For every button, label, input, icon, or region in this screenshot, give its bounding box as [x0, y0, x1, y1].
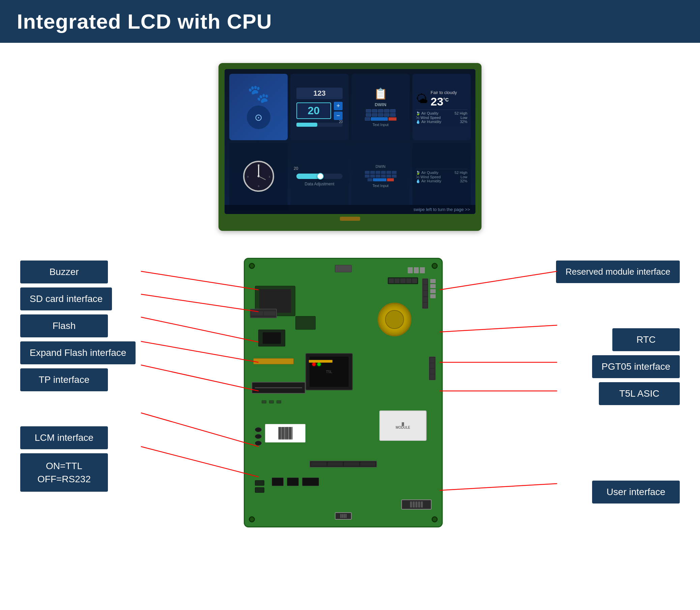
sd-card-label: SD card interface [20, 288, 112, 310]
pgt05-label: PGT05 interface [592, 355, 680, 378]
flash-label: Flash [20, 315, 108, 337]
on-off-label-item: ON=TTLOFF=RS232 [20, 453, 155, 492]
pcb-board: T5L ▐▌ MODULE [244, 258, 443, 527]
right-labels-column: Reserved module interface RTC PGT05 inte… [531, 258, 680, 503]
svg-text:12: 12 [257, 164, 260, 167]
buzzer-label: Buzzer [20, 260, 108, 284]
lcd-screen: 🐾 ⊙ 123 20 + − [224, 69, 476, 214]
board-section: Buzzer SD card interface Flash Expand Fl… [20, 258, 680, 534]
left-labels-column: Buzzer SD card interface Flash Expand Fl… [20, 258, 155, 492]
on-off-label: ON=TTLOFF=RS232 [20, 453, 108, 492]
lcm-interface-label-item: LCM interface [20, 426, 155, 449]
tp-interface-label-item: TP interface [20, 368, 155, 391]
lcm-interface-label: LCM interface [20, 426, 108, 449]
page-header: Integrated LCD with CPU [0, 0, 700, 43]
flash-label-item: Flash [20, 315, 155, 337]
buzzer-label-item: Buzzer [20, 260, 155, 284]
user-interface-label-item: User interface [592, 481, 680, 503]
svg-text:9: 9 [247, 175, 249, 178]
t5l-asic-label-item: T5L ASIC [599, 382, 680, 405]
expand-flash-label-item: Expand Flash interface [20, 341, 155, 364]
pcb-board-wrapper: T5L ▐▌ MODULE [239, 258, 448, 527]
rtc-label: RTC [612, 328, 680, 351]
reserved-module-label-item: Reserved module interface [556, 260, 680, 283]
expand-flash-label: Expand Flash interface [20, 341, 136, 364]
page-title: Integrated LCD with CPU [17, 10, 272, 33]
pgt05-label-item: PGT05 interface [592, 355, 680, 378]
svg-text:3: 3 [268, 175, 270, 178]
main-content: 🐾 ⊙ 123 20 + − [0, 43, 700, 548]
sd-card-label-item: SD card interface [20, 288, 155, 310]
tp-interface-label: TP interface [20, 368, 108, 391]
svg-text:6: 6 [258, 185, 259, 188]
lcd-display: 🐾 ⊙ 123 20 + − [218, 63, 482, 231]
lcd-section: 🐾 ⊙ 123 20 + − [20, 56, 680, 238]
rtc-label-item: RTC [612, 328, 680, 351]
reserved-module-label: Reserved module interface [556, 260, 680, 283]
t5l-asic-label: T5L ASIC [599, 382, 680, 405]
user-interface-label: User interface [592, 481, 680, 503]
